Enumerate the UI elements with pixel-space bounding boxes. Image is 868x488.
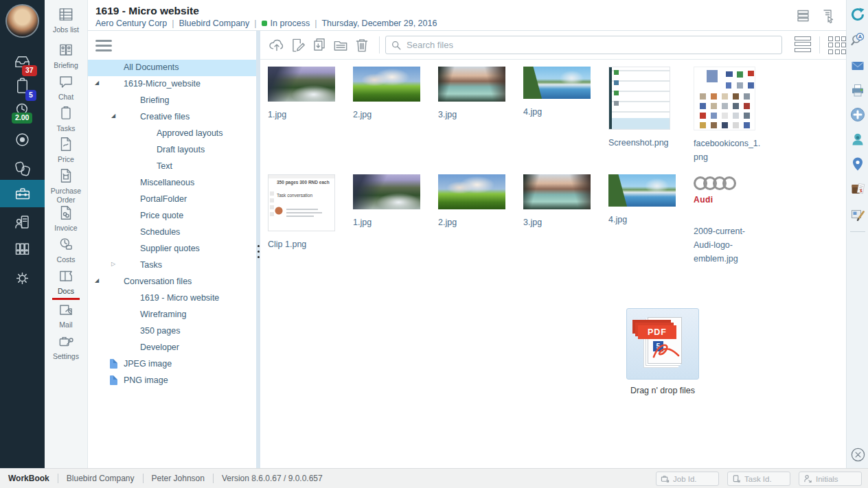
nav-item-docs[interactable]: Docs (45, 267, 87, 300)
grid-view-button[interactable] (828, 36, 846, 54)
avatar[interactable] (5, 4, 39, 38)
file-name: 4.jpg (523, 105, 591, 119)
edit-file-button[interactable] (288, 36, 308, 55)
close-icon (850, 447, 866, 463)
file-tile[interactable]: 4.jpg (608, 174, 694, 266)
nav-item-jobs-list[interactable]: Jobs list (45, 5, 87, 34)
expenses-button[interactable]: $ (847, 181, 868, 197)
tree-item[interactable]: Supplier quotes (88, 241, 256, 257)
expander-expanded-icon[interactable]: ◢ (111, 113, 115, 119)
tree-item[interactable]: All Documents (88, 60, 256, 76)
nav-item-briefing[interactable]: Briefing (45, 41, 87, 70)
tree-item[interactable]: ▷Tasks (88, 257, 256, 274)
pdf-swoosh-icon (650, 340, 681, 362)
messages-button[interactable] (847, 58, 868, 74)
file-tile[interactable]: Audi2009-current-Audi-logo-emblem.jpg (694, 174, 779, 266)
nav-item-invoice[interactable]: Invoice (45, 204, 87, 233)
sidebar-item-creative[interactable] (0, 159, 45, 183)
refresh-button[interactable] (847, 6, 868, 23)
map-button[interactable] (847, 156, 868, 172)
tree-item[interactable]: ◢1619-Micro_website (88, 76, 256, 93)
file-tile[interactable]: Screenshot.png (608, 67, 694, 164)
folder-button[interactable] (331, 36, 350, 55)
sidebar-item-crm[interactable] (0, 130, 45, 154)
nav-item-costs[interactable]: Costs (45, 235, 87, 264)
expander-expanded-icon[interactable]: ◢ (95, 277, 99, 283)
tree-item[interactable]: Price quote (88, 208, 256, 224)
tree-item[interactable]: Text (88, 159, 256, 175)
tree-item[interactable]: 1619 - Micro website (88, 290, 256, 307)
trash-icon (353, 36, 371, 54)
thumbnail-land4 (608, 174, 676, 207)
nav-item-chat[interactable]: Chat (45, 73, 87, 102)
delete-file-button[interactable] (352, 36, 372, 55)
nav-item-mail[interactable]: Mail (45, 301, 87, 329)
file-tile[interactable]: 4.jpg (523, 67, 608, 164)
file-tile[interactable]: 2.jpg (353, 67, 438, 164)
tree-item[interactable]: Miscellaneous (88, 175, 256, 191)
expander-expanded-icon[interactable]: ◢ (95, 80, 99, 86)
view-toggles (795, 36, 846, 54)
photo-edit-icon (849, 206, 866, 222)
tree-item[interactable]: Draft layouts (88, 142, 256, 159)
status-badge: In process (271, 19, 310, 28)
tree-item[interactable]: PNG image (88, 373, 256, 389)
tree-item[interactable]: 350 pages (88, 323, 256, 340)
tree-item[interactable]: Briefing (88, 93, 256, 109)
job-report-icon[interactable] (820, 8, 836, 24)
sidebar-item-jobs-active[interactable] (0, 180, 45, 207)
tree-item[interactable]: Approved layouts (88, 126, 256, 142)
task-id-input[interactable] (744, 475, 784, 483)
print-button[interactable] (847, 82, 868, 99)
nav-item-label: Price (45, 155, 87, 164)
nav-item-price[interactable]: Price (45, 135, 87, 164)
file-tile[interactable]: 3.jpg (523, 174, 608, 266)
initials-input[interactable] (816, 475, 856, 483)
pdf-dropzone[interactable]: PDF 5 (626, 308, 699, 380)
file-tile[interactable]: 350 pages 300 RND eachTask conversationC… (268, 174, 353, 266)
sidebar-item-resources[interactable] (0, 213, 45, 236)
copy-file-button[interactable] (310, 36, 329, 55)
tasks-icon (57, 104, 75, 122)
task-id-field[interactable] (727, 472, 790, 486)
file-tile[interactable]: 1.jpg (268, 67, 353, 164)
file-name: 2009-current-Audi-logo-emblem.jpg (694, 224, 761, 266)
job-id-field[interactable] (656, 472, 719, 486)
sidebar-item-archive[interactable] (0, 240, 45, 263)
tree-item-label: All Documents (124, 62, 179, 72)
upload-button[interactable] (267, 36, 286, 55)
job-id-input[interactable] (673, 475, 713, 483)
map-pin-icon (849, 156, 866, 172)
tree-item[interactable]: Developer (88, 340, 256, 356)
search-everywhere-button[interactable]: A (847, 32, 868, 48)
client-name: Aero Century Corp (95, 19, 167, 28)
file-tile[interactable]: 2.jpg (438, 174, 523, 266)
close-panel-button[interactable] (847, 447, 868, 463)
job-list-view-icon[interactable] (795, 8, 812, 24)
contacts-button[interactable] (847, 131, 868, 148)
tree-menu-icon[interactable] (95, 40, 112, 54)
nav-item-settings[interactable]: Settings (45, 332, 87, 361)
file-tile[interactable]: 3.jpg (438, 67, 523, 164)
tree-item[interactable]: ◢Creative files (88, 109, 256, 126)
nav-item-purchase-order[interactable]: Purchase Order (45, 167, 87, 205)
tree-item[interactable]: Schedules (88, 224, 256, 241)
file-name: 2.jpg (438, 216, 505, 229)
initials-field[interactable] (799, 472, 862, 486)
tree-item[interactable]: ◢Conversation files (88, 274, 256, 290)
list-view-button[interactable] (795, 36, 811, 54)
tree-item[interactable]: JPEG image (88, 356, 256, 373)
sidebar-item-settings[interactable] (0, 269, 45, 292)
tree-item[interactable]: PortalFolder (88, 191, 256, 208)
nav-item-tasks[interactable]: Tasks (45, 104, 87, 133)
add-button[interactable] (847, 106, 868, 123)
tree-item[interactable]: Wireframing (88, 307, 256, 323)
media-edit-button[interactable] (847, 206, 868, 222)
expander-collapsed-icon[interactable]: ▷ (111, 261, 115, 267)
file-tile[interactable]: facebookicons_1.png (694, 67, 779, 164)
status-bar-info: WorkBook Bluebird Company Peter Johnson … (0, 474, 323, 483)
search-input[interactable] (385, 36, 782, 54)
sidebar-item-approvals[interactable] (0, 77, 45, 100)
nav-item-label: Tasks (45, 124, 87, 133)
file-tile[interactable]: 1.jpg (353, 174, 438, 266)
